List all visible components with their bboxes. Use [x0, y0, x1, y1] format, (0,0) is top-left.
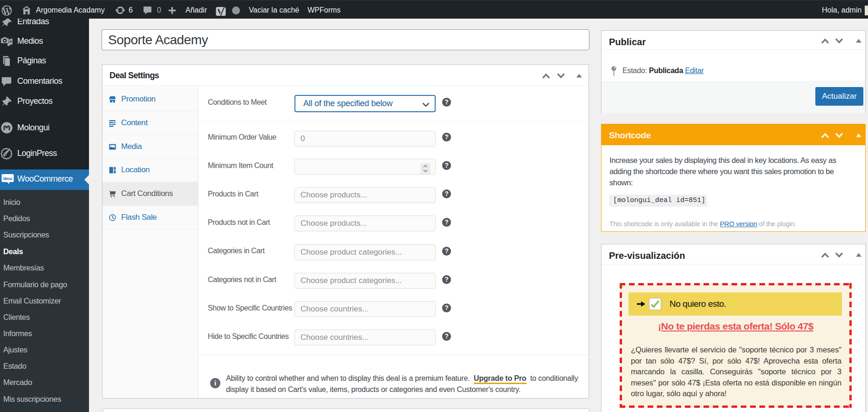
svg-text:Woo: Woo [3, 176, 13, 181]
